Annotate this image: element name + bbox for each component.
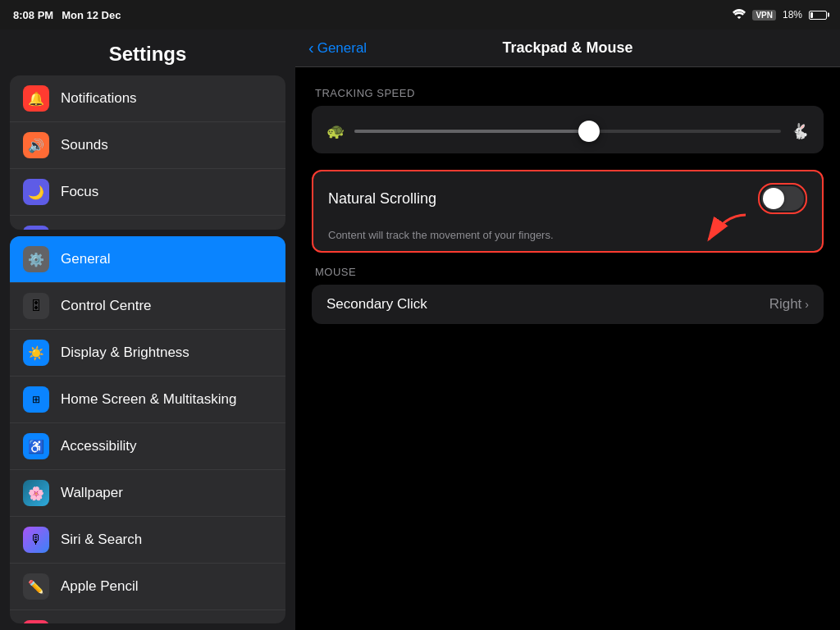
- fast-speed-icon: 🐇: [791, 122, 809, 140]
- display-brightness-icon: ☀️: [23, 340, 49, 366]
- slow-speed-icon: 🐢: [326, 122, 345, 140]
- sidebar-item-control-centre[interactable]: 🎛 Control Centre: [10, 283, 285, 330]
- sidebar-label-wallpaper: Wallpaper: [61, 485, 123, 501]
- sidebar-label-accessibility: Accessibility: [61, 438, 137, 454]
- natural-scrolling-card: Natural Scrolling Content will track the…: [312, 170, 824, 253]
- date: Mon 12 Dec: [62, 9, 121, 21]
- secondary-click-label: Secondary Click: [326, 296, 427, 313]
- tracking-speed-card: 🐢 🐇: [312, 106, 824, 153]
- general-icon: ⚙️: [23, 246, 49, 272]
- sounds-icon: 🔊: [23, 132, 49, 158]
- slider-thumb: [578, 121, 600, 142]
- chevron-right-icon: ›: [805, 298, 809, 311]
- sidebar-label-control-centre: Control Centre: [61, 298, 152, 314]
- back-button[interactable]: ‹ General: [308, 39, 367, 57]
- screen-time-icon: ⏱: [23, 226, 49, 230]
- tracking-slider[interactable]: [354, 130, 781, 133]
- natural-scrolling-description: Content will track the movement of your …: [313, 226, 822, 251]
- wifi-icon: [733, 9, 746, 21]
- natural-scrolling-section: Natural Scrolling Content will track the…: [312, 170, 824, 253]
- siri-search-icon: 🎙: [23, 527, 49, 553]
- sidebar-item-home-screen[interactable]: ⊞ Home Screen & Multitasking: [10, 377, 285, 423]
- wallpaper-icon: 🌸: [23, 480, 49, 506]
- time: 8:08 PM: [13, 9, 53, 21]
- sidebar-item-notifications[interactable]: 🔔 Notifications: [10, 75, 285, 122]
- mouse-card: Secondary Click Right ›: [312, 285, 824, 324]
- sidebar-item-general[interactable]: ⚙️ General: [10, 236, 285, 283]
- sidebar-item-focus[interactable]: 🌙 Focus: [10, 169, 285, 216]
- mouse-section-label: MOUSE: [312, 266, 824, 278]
- sidebar-item-wallpaper[interactable]: 🌸 Wallpaper: [10, 470, 285, 517]
- right-panel-title: Trackpad & Mouse: [502, 39, 632, 57]
- sidebar-label-general: General: [61, 251, 110, 267]
- apple-pencil-icon: ✏️: [23, 573, 49, 600]
- secondary-click-value: Right ›: [769, 296, 809, 313]
- battery-indicator: [809, 11, 827, 20]
- toggle-thumb: [763, 188, 784, 209]
- sidebar: Settings 🔔 Notifications 🔊 Sounds 🌙 Focu…: [0, 30, 295, 630]
- sidebar-label-focus: Focus: [61, 184, 98, 200]
- sidebar-item-siri-search[interactable]: 🎙 Siri & Search: [10, 517, 285, 564]
- secondary-click-row[interactable]: Secondary Click Right ›: [312, 285, 824, 324]
- mouse-section: MOUSE Secondary Click Right ›: [312, 266, 824, 324]
- sidebar-label-sounds: Sounds: [61, 137, 108, 153]
- right-content: TRACKING SPEED 🐢 🐇 Natural Scrolling: [295, 67, 840, 630]
- notifications-icon: 🔔: [23, 85, 49, 112]
- right-panel: ‹ General Trackpad & Mouse TRACKING SPEE…: [295, 30, 840, 630]
- control-centre-icon: 🎛: [23, 293, 49, 319]
- sidebar-label-notifications: Notifications: [61, 90, 137, 107]
- accessibility-icon: ♿: [23, 433, 49, 459]
- natural-scrolling-toggle-highlight: [758, 183, 807, 214]
- status-right: VPN 18%: [733, 9, 827, 21]
- back-label: General: [317, 40, 367, 57]
- sidebar-label-apple-pencil: Apple Pencil: [61, 578, 139, 595]
- battery-percent: 18%: [783, 9, 802, 21]
- secondary-click-current-value: Right: [769, 296, 802, 313]
- home-screen-icon: ⊞: [23, 386, 49, 413]
- slider-container: 🐢 🐇: [326, 122, 809, 140]
- sidebar-group-2: ⚙️ General 🎛 Control Centre ☀️ Display &…: [10, 236, 285, 623]
- sidebar-item-touch-id[interactable]: 👆 Touch ID & Passcode: [10, 610, 285, 623]
- sidebar-item-screen-time[interactable]: ⏱ Screen Time: [10, 216, 285, 230]
- right-header: ‹ General Trackpad & Mouse: [295, 30, 840, 67]
- vpn-badge: VPN: [752, 10, 776, 21]
- main-content: Settings 🔔 Notifications 🔊 Sounds 🌙 Focu…: [0, 30, 840, 630]
- sidebar-group-1: 🔔 Notifications 🔊 Sounds 🌙 Focus ⏱ Scree…: [10, 75, 285, 230]
- natural-scrolling-toggle[interactable]: [761, 186, 804, 211]
- sidebar-item-apple-pencil[interactable]: ✏️ Apple Pencil: [10, 564, 285, 610]
- sidebar-label-display-brightness: Display & Brightness: [61, 345, 189, 361]
- tracking-speed-label: TRACKING SPEED: [312, 87, 824, 99]
- natural-scrolling-row: Natural Scrolling: [313, 171, 822, 226]
- sidebar-title: Settings: [0, 30, 295, 75]
- status-bar: 8:08 PM Mon 12 Dec VPN 18%: [0, 0, 840, 30]
- sidebar-item-accessibility[interactable]: ♿ Accessibility: [10, 423, 285, 470]
- focus-icon: 🌙: [23, 179, 49, 205]
- slider-fill: [354, 130, 589, 133]
- sidebar-item-sounds[interactable]: 🔊 Sounds: [10, 122, 285, 169]
- status-left: 8:08 PM Mon 12 Dec: [13, 9, 121, 21]
- sidebar-item-display-brightness[interactable]: ☀️ Display & Brightness: [10, 330, 285, 377]
- sidebar-label-home-screen: Home Screen & Multitasking: [61, 391, 236, 408]
- touch-id-icon: 👆: [23, 620, 49, 623]
- sidebar-label-siri-search: Siri & Search: [61, 532, 142, 548]
- back-chevron-icon: ‹: [308, 39, 314, 57]
- natural-scrolling-label: Natural Scrolling: [328, 190, 436, 208]
